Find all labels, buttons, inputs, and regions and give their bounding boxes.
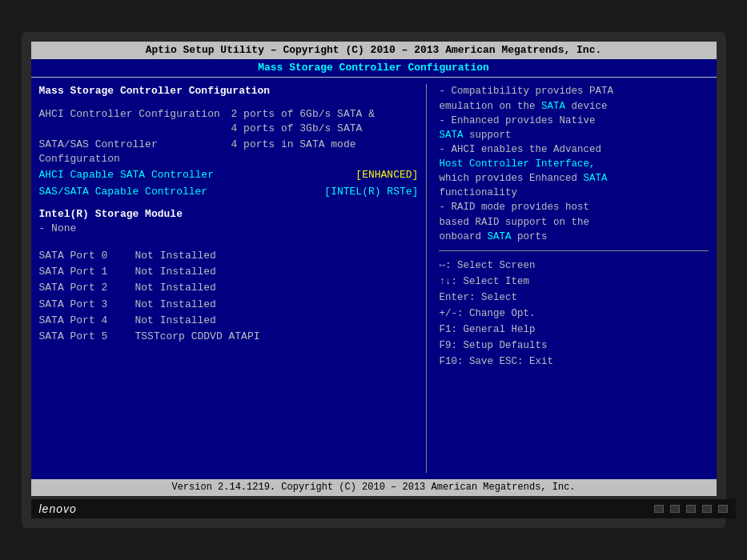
right-panel-desc-line: functionality — [439, 186, 708, 200]
ahci-value-line2: 4 ports of 3Gb/s SATA — [231, 122, 419, 136]
sata-ports-section: SATA Port 0Not InstalledSATA Port 1Not I… — [39, 249, 419, 346]
help-line: ↔: Select Screen — [439, 258, 708, 274]
right-panel: - Compatibility provides PATAemulation o… — [435, 84, 708, 473]
ahci-capable-value: [ENHANCED] — [355, 168, 418, 182]
right-panel-desc-line: - RAID mode provides host — [439, 200, 708, 214]
right-panel-desc-line: onboard SATA ports — [439, 230, 708, 244]
taskbar-icon-3 — [686, 505, 696, 513]
storage-module-value: - None — [39, 222, 419, 236]
ahci-capable-row[interactable]: AHCI Capable SATA Controller [ENHANCED] — [39, 168, 419, 182]
sata-port-label-4: SATA Port 4 — [39, 314, 135, 328]
taskbar-icons — [654, 505, 728, 513]
sas-sata-capable-value: [INTEL(R) RSTe] — [324, 185, 418, 199]
help-line: F9: Setup Defaults — [439, 338, 708, 354]
sata-port-value-4: Not Installed — [135, 314, 419, 328]
right-panel-desc-line: which provides Enhanced SATA — [439, 171, 708, 186]
right-panel-desc-line: Host Controller Interface, — [439, 157, 708, 171]
screen: Aptio Setup Utility – Copyright (C) 2010… — [31, 42, 717, 496]
right-panel-desc-line: emulation on the SATA device — [439, 99, 708, 114]
sata-port-value-0: Not Installed — [135, 249, 419, 263]
title-bar-text: Aptio Setup Utility – Copyright (C) 2010… — [146, 44, 602, 56]
title-bar: Aptio Setup Utility – Copyright (C) 2010… — [31, 42, 717, 59]
content-area: Mass Storage Controller Configuration AH… — [31, 78, 717, 479]
taskbar-icon-2 — [670, 505, 680, 513]
right-panel-desc-line: SATA support — [439, 128, 708, 142]
sata-port-row-4: SATA Port 4Not Installed — [39, 314, 419, 328]
panel-divider — [439, 250, 708, 251]
sata-port-label-3: SATA Port 3 — [39, 298, 135, 312]
help-line: F1: General Help — [439, 322, 708, 338]
ahci-controller-value: 2 ports of 6Gb/s SATA & 4 ports of 3Gb/s… — [231, 107, 419, 136]
sata-port-value-5: TSSTcorp CDDVD ATAPI — [135, 330, 419, 344]
help-section: ↔: Select Screen↑↓: Select ItemEnter: Se… — [439, 258, 708, 370]
help-line: Enter: Select — [439, 290, 708, 306]
sata-port-value-3: Not Installed — [135, 298, 419, 312]
sata-port-label-5: SATA Port 5 — [39, 330, 135, 344]
right-panel-desc-line: - Enhanced provides Native — [439, 114, 708, 128]
ahci-capable-label: AHCI Capable SATA Controller — [39, 168, 214, 182]
sata-sas-value: 4 ports in SATA mode — [231, 138, 419, 166]
sata-port-value-1: Not Installed — [135, 265, 419, 279]
taskbar-icon-1 — [654, 505, 664, 513]
subtitle-bar: Mass Storage Controller Configuration — [31, 59, 717, 78]
ahci-value-line1: 2 ports of 6Gb/s SATA & — [231, 107, 419, 122]
sata-sas-controller-row: SATA/SAS Controller Configuration 4 port… — [39, 138, 419, 166]
storage-module-title: Intel(R) Storage Module — [39, 207, 419, 222]
taskbar-icon-5 — [718, 505, 728, 513]
sata-port-row-3: SATA Port 3Not Installed — [39, 298, 419, 312]
taskbar-icon-4 — [702, 505, 712, 513]
sata-port-row-0: SATA Port 0Not Installed — [39, 249, 419, 263]
lenovo-logo: lenovo — [39, 502, 77, 515]
lenovo-bar: lenovo — [31, 499, 736, 518]
ahci-controller-row: AHCI Controller Configuration 2 ports of… — [39, 107, 419, 136]
section-title: Mass Storage Controller Configuration — [39, 84, 419, 98]
help-line: F10: Save ESC: Exit — [439, 354, 708, 370]
storage-module-section: Intel(R) Storage Module - None — [39, 207, 419, 236]
sata-port-label-0: SATA Port 0 — [39, 249, 135, 263]
sas-sata-capable-label: SAS/SATA Capable Controller — [39, 185, 208, 199]
ahci-controller-label: AHCI Controller Configuration — [39, 107, 231, 136]
sata-port-label-1: SATA Port 1 — [39, 265, 135, 279]
sata-port-value-2: Not Installed — [135, 281, 419, 295]
monitor-bezel: Aptio Setup Utility – Copyright (C) 2010… — [22, 32, 726, 528]
sata-port-label-2: SATA Port 2 — [39, 281, 135, 295]
help-line: ↑↓: Select Item — [439, 274, 708, 290]
right-panel-description: - Compatibility provides PATAemulation o… — [439, 84, 708, 243]
sata-sas-label: SATA/SAS Controller Configuration — [39, 138, 231, 166]
subtitle-bar-text: Mass Storage Controller Configuration — [258, 62, 489, 74]
bottom-bar: Version 2.14.1219. Copyright (C) 2010 – … — [31, 479, 717, 496]
sata-port-row-2: SATA Port 2Not Installed — [39, 281, 419, 295]
right-panel-desc-line: - AHCI enables the Advanced — [439, 142, 708, 157]
help-line: +/-: Change Opt. — [439, 306, 708, 322]
sata-port-row-1: SATA Port 1Not Installed — [39, 265, 419, 279]
sas-sata-capable-row[interactable]: SAS/SATA Capable Controller [INTEL(R) RS… — [39, 185, 419, 199]
right-panel-desc-line: - Compatibility provides PATA — [439, 84, 708, 98]
left-panel: Mass Storage Controller Configuration AH… — [39, 84, 428, 473]
sata-port-row-5: SATA Port 5TSSTcorp CDDVD ATAPI — [39, 330, 419, 344]
right-panel-desc-line: based RAID support on the — [439, 215, 708, 230]
bottom-bar-text: Version 2.14.1219. Copyright (C) 2010 – … — [171, 482, 575, 493]
